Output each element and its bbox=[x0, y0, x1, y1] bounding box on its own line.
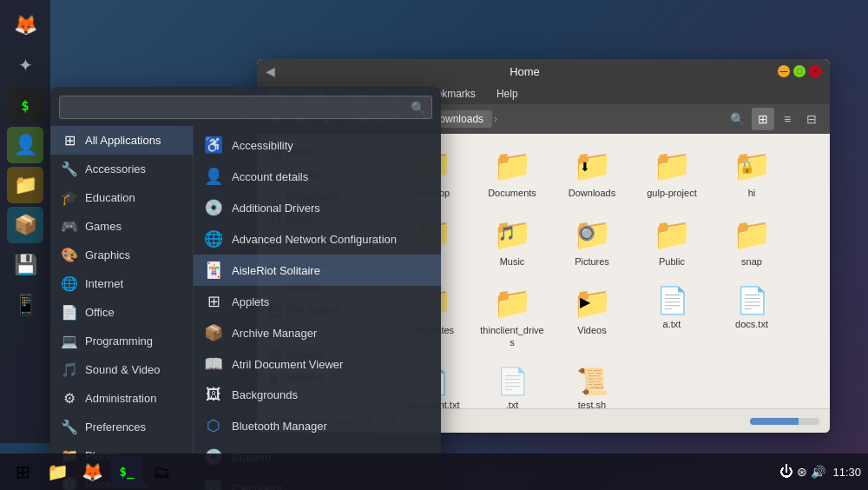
sidebar-settings-icon[interactable]: ✦ bbox=[7, 47, 43, 83]
public-folder-icon: 📁 bbox=[653, 216, 692, 253]
sidebar-terminal-icon[interactable]: $ bbox=[7, 87, 43, 123]
file-documents-label: Documents bbox=[488, 188, 536, 199]
sidebar-usb-icon[interactable]: 💾 bbox=[7, 247, 43, 283]
compact-view-button[interactable]: ⊟ bbox=[800, 108, 823, 130]
file-docs-txt[interactable]: 📄 docs.txt bbox=[715, 280, 788, 353]
app-aisleriot[interactable]: 🃏 AisleRiot Solitaire bbox=[194, 255, 441, 286]
taskbar-folder2-icon[interactable]: 🗂 bbox=[146, 456, 177, 487]
app-atril[interactable]: 📖 Atril Document Viewer bbox=[194, 348, 441, 380]
documents-folder-icon: 📁 bbox=[493, 148, 532, 184]
app-bluetooth-label: Bluetooth Manager bbox=[232, 420, 327, 433]
storage-progress-bar bbox=[750, 418, 819, 425]
close-button[interactable]: ✕ bbox=[809, 65, 821, 77]
taskbar-clock-area: ⏻ ⊛ 🔊 11:30 bbox=[779, 464, 861, 480]
search-button[interactable]: 🔍 bbox=[726, 108, 748, 130]
fm-menu-collapse[interactable]: ◀ bbox=[266, 64, 275, 78]
account-details-icon: 👤 bbox=[204, 167, 223, 186]
preferences-icon: 🔧 bbox=[61, 419, 78, 435]
minimize-button[interactable]: — bbox=[778, 65, 790, 77]
network-icon[interactable]: ⊛ bbox=[797, 465, 807, 479]
app-backgrounds-label: Backgrounds bbox=[232, 388, 298, 401]
category-preferences[interactable]: 🔧 Preferences bbox=[50, 413, 193, 441]
category-education[interactable]: 🎓 Education bbox=[50, 183, 193, 212]
category-games[interactable]: 🎮 Games bbox=[50, 212, 193, 241]
app-additional-drivers[interactable]: 💿 Additional Drivers bbox=[194, 192, 441, 223]
file-snap[interactable]: 📁 snap bbox=[715, 211, 788, 273]
category-graphics-label: Graphics bbox=[85, 248, 130, 262]
category-accessories[interactable]: 🔧 Accessories bbox=[50, 155, 193, 183]
app-menu-categories: ⊞ All Applications 🔧 Accessories 🎓 Educa… bbox=[50, 126, 194, 490]
category-office-label: Office bbox=[85, 306, 115, 319]
app-archive-manager[interactable]: 📦 Archive Manager bbox=[194, 317, 441, 348]
category-programming[interactable]: 💻 Programming bbox=[50, 327, 193, 355]
fm-files-grid: 📁 Desktop 📁 Documents 📁⬇ Downloads 📁 gul… bbox=[387, 134, 830, 408]
app-advanced-network[interactable]: 🌐 Advanced Network Configuration bbox=[194, 223, 441, 255]
downloads-folder-icon: 📁⬇ bbox=[573, 148, 612, 184]
desktop-sidebar: 🦊 ✦ $ 👤 📁 📦 💾 📱 bbox=[0, 0, 50, 443]
sidebar-folder-icon[interactable]: 📁 bbox=[7, 167, 43, 203]
file-documents[interactable]: 📁 Documents bbox=[476, 142, 549, 204]
file-music-label: Music bbox=[500, 256, 525, 268]
category-all-applications-label: All Applications bbox=[85, 134, 161, 147]
category-all-applications[interactable]: ⊞ All Applications bbox=[50, 126, 193, 155]
file-hi[interactable]: 📁🔒 hi bbox=[715, 142, 788, 204]
taskbar-files-icon[interactable]: 📁 bbox=[42, 456, 73, 487]
category-internet-label: Internet bbox=[85, 277, 123, 290]
menu-help[interactable]: Help bbox=[493, 86, 522, 102]
app-accessibility[interactable]: ♿ Accessibility bbox=[194, 129, 441, 161]
sidebar-phone-icon[interactable]: 📱 bbox=[7, 287, 43, 323]
file-thinclient[interactable]: 📁 thinclient_drives bbox=[476, 280, 549, 353]
category-education-label: Education bbox=[85, 191, 135, 204]
path-expand[interactable]: › bbox=[494, 113, 497, 125]
app-advanced-network-label: Advanced Network Configuration bbox=[232, 233, 397, 246]
app-bluetooth[interactable]: ⬡ Bluetooth Manager bbox=[194, 410, 441, 441]
taskbar-firefox-icon[interactable]: 🦊 bbox=[76, 456, 108, 487]
fm-title: Home bbox=[275, 65, 774, 78]
app-aisleriot-label: AisleRiot Solitaire bbox=[232, 264, 320, 277]
videos-folder-icon: 📁▶ bbox=[573, 285, 612, 321]
file-txt-hidden[interactable]: 📄 .txt bbox=[476, 361, 549, 408]
file-test-sh-label: test.sh bbox=[578, 400, 606, 408]
file-pictures[interactable]: 📁🔘 Pictures bbox=[556, 211, 628, 273]
file-downloads[interactable]: 📁⬇ Downloads bbox=[556, 142, 628, 204]
power-icon[interactable]: ⏻ bbox=[779, 464, 793, 480]
category-administration[interactable]: ⚙ Administration bbox=[50, 384, 193, 413]
graphics-icon: 🎨 bbox=[61, 247, 78, 263]
app-accessibility-label: Accessibility bbox=[232, 139, 293, 152]
category-graphics[interactable]: 🎨 Graphics bbox=[50, 241, 193, 269]
app-backgrounds[interactable]: 🖼 Backgrounds bbox=[194, 380, 441, 410]
file-a-txt[interactable]: 📄 a.txt bbox=[635, 280, 708, 353]
category-games-label: Games bbox=[85, 220, 122, 233]
file-music[interactable]: 📁🎵 Music bbox=[476, 211, 549, 273]
app-menu: 🔍 ⊞ All Applications 🔧 Accessories 🎓 Edu… bbox=[50, 87, 441, 490]
grid-view-button[interactable]: ⊞ bbox=[752, 108, 774, 130]
app-menu-search-input[interactable] bbox=[59, 96, 432, 119]
maximize-button[interactable]: □ bbox=[793, 65, 806, 77]
list-view-button[interactable]: ≡ bbox=[776, 108, 799, 130]
file-test-sh[interactable]: 📜 test.sh bbox=[556, 361, 628, 408]
app-account-details[interactable]: 👤 Account details bbox=[194, 161, 441, 192]
category-accessories-label: Accessories bbox=[85, 162, 146, 175]
all-applications-icon: ⊞ bbox=[61, 132, 78, 149]
file-public[interactable]: 📁 Public bbox=[635, 211, 708, 273]
sidebar-software-icon[interactable]: 📦 bbox=[7, 207, 43, 243]
app-applets[interactable]: ⊞ Applets bbox=[194, 286, 441, 317]
file-videos-label: Videos bbox=[577, 325, 606, 336]
audio-icon[interactable]: 🔊 bbox=[811, 465, 825, 479]
sidebar-user-icon[interactable]: 👤 bbox=[7, 127, 43, 163]
sidebar-firefox-icon[interactable]: 🦊 bbox=[7, 7, 43, 43]
file-hidden-txt-label: .txt bbox=[506, 400, 519, 408]
taskbar-menu-icon[interactable]: ⊞ bbox=[7, 456, 38, 487]
category-office[interactable]: 📄 Office bbox=[50, 298, 193, 327]
gulp-folder-icon: 📁 bbox=[653, 148, 692, 184]
file-gulp-project[interactable]: 📁 gulp-project bbox=[635, 142, 708, 204]
taskbar-terminal-icon[interactable]: $_ bbox=[111, 456, 142, 487]
file-public-label: Public bbox=[659, 256, 685, 268]
advanced-network-icon: 🌐 bbox=[204, 229, 223, 248]
category-internet[interactable]: 🌐 Internet bbox=[50, 269, 193, 298]
file-downloads-label: Downloads bbox=[569, 188, 615, 199]
category-sound-video[interactable]: 🎵 Sound & Video bbox=[50, 355, 193, 384]
fm-titlebar: ◀ Home — □ ✕ bbox=[257, 59, 830, 83]
file-videos[interactable]: 📁▶ Videos bbox=[556, 280, 628, 353]
app-additional-drivers-label: Additional Drivers bbox=[232, 202, 320, 215]
